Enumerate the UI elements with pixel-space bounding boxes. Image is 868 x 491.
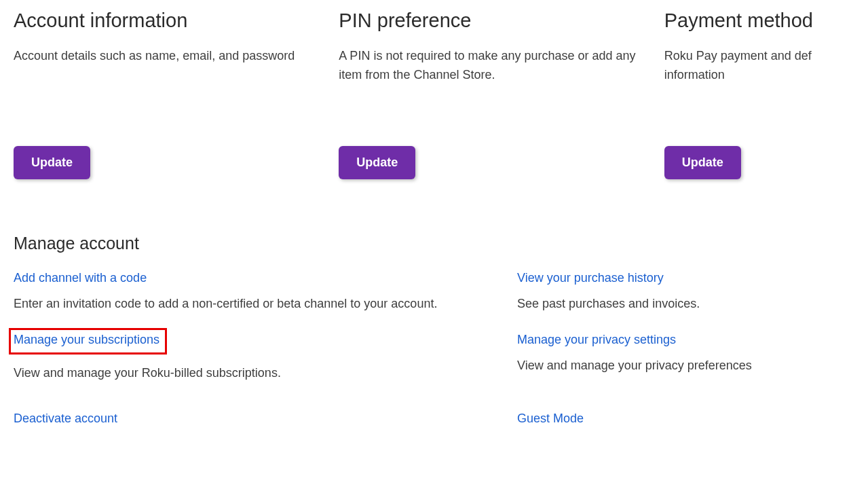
deactivate-account-link[interactable]: Deactivate account	[14, 412, 117, 426]
manage-subscriptions-link[interactable]: Manage your subscriptions	[14, 333, 159, 347]
add-channel-block: Add channel with a code Enter an invitat…	[14, 271, 517, 314]
payment-method-line2: information	[664, 68, 725, 81]
manage-account-title: Manage account	[14, 234, 854, 253]
guest-mode-link[interactable]: Guest Mode	[517, 412, 584, 426]
guest-mode-block: Guest Mode	[517, 412, 854, 426]
add-channel-desc: Enter an invitation code to add a non-ce…	[14, 295, 517, 314]
account-cards-row: Account information Account details such…	[14, 10, 854, 179]
subscriptions-block: Manage your subscriptions View and manag…	[14, 333, 517, 383]
update-pin-button[interactable]: Update	[339, 146, 415, 179]
purchase-history-desc: See past purchases and invoices.	[517, 295, 854, 314]
subscriptions-desc: View and manage your Roku-billed subscri…	[14, 364, 517, 383]
deactivate-block: Deactivate account	[14, 412, 517, 426]
privacy-block: Manage your privacy settings View and ma…	[517, 333, 854, 376]
pin-preference-card: PIN preference A PIN is not required to …	[339, 10, 664, 179]
payment-method-title: Payment method	[664, 10, 854, 32]
payment-method-desc: Roku Pay payment and def information	[664, 47, 854, 85]
privacy-settings-link[interactable]: Manage your privacy settings	[517, 333, 676, 347]
pin-preference-title: PIN preference	[339, 10, 664, 32]
add-channel-link[interactable]: Add channel with a code	[14, 271, 147, 285]
purchase-history-link[interactable]: View your purchase history	[517, 271, 664, 285]
update-account-info-button[interactable]: Update	[14, 146, 90, 179]
account-information-desc: Account details such as name, email, and…	[14, 47, 339, 66]
purchase-history-block: View your purchase history See past purc…	[517, 271, 854, 314]
manage-account-grid: Add channel with a code Enter an invitat…	[14, 271, 854, 426]
account-information-card: Account information Account details such…	[14, 10, 339, 179]
payment-method-line1: Roku Pay payment and def	[664, 49, 812, 62]
account-information-title: Account information	[14, 10, 339, 32]
update-payment-button[interactable]: Update	[664, 146, 741, 179]
subscriptions-highlight-box: Manage your subscriptions	[9, 328, 167, 354]
privacy-desc: View and manage your privacy preferences	[517, 357, 854, 376]
payment-method-card: Payment method Roku Pay payment and def …	[664, 10, 854, 179]
pin-preference-desc: A PIN is not required to make any purcha…	[339, 47, 664, 85]
